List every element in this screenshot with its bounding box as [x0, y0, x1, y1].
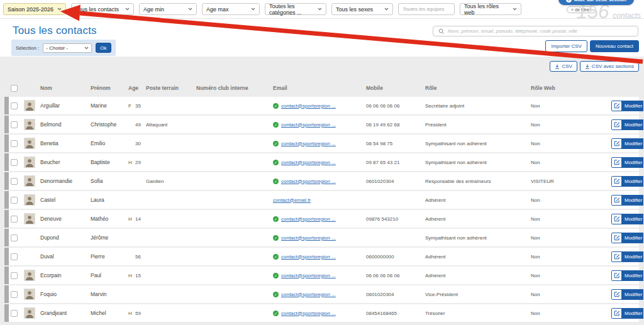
contact-role: Adhérent: [425, 254, 531, 260]
modifier-button[interactable]: Modifier: [611, 138, 643, 149]
email-verified-icon: ✓: [273, 160, 279, 165]
contact-email-link[interactable]: contact@sportsregion ...: [281, 254, 336, 260]
modifier-button[interactable]: Modifier: [611, 289, 643, 300]
export-csv-sections-button[interactable]: CSV avec sections: [580, 61, 639, 72]
modifier-button[interactable]: Modifier: [611, 176, 643, 187]
new-contact-button[interactable]: Nouveau contact: [590, 40, 639, 52]
contact-email-link[interactable]: contact@sportsregion ...: [281, 292, 336, 297]
contacts-page: Saison 2025-2026 Tous les contacts Age m…: [0, 0, 644, 325]
search-icon: [438, 28, 445, 35]
contact-type-filter-select[interactable]: Tous les contacts: [71, 3, 134, 15]
contact-nom: Castel: [40, 197, 91, 203]
modifier-button[interactable]: Modifier: [611, 233, 643, 243]
more-filters-button[interactable]: + de filtres: [567, 6, 596, 13]
modifier-button[interactable]: Modifier: [611, 251, 643, 262]
email-verified-icon: ✓: [273, 254, 279, 260]
contact-role-web: Non: [531, 254, 611, 260]
chevron-down-icon: [57, 8, 62, 11]
contact-nom: Foquio: [40, 291, 91, 297]
row-checkbox[interactable]: [11, 178, 18, 185]
selection-label: Sélection :: [16, 45, 39, 51]
help-badge[interactable]: i Aide sur cette section: [558, 0, 634, 5]
contact-mobile: 0600000000: [366, 254, 425, 260]
contact-email-link[interactable]: contact@sportsregion ...: [281, 273, 336, 278]
contact-nom: Duval: [40, 253, 91, 260]
modifier-button[interactable]: Modifier: [611, 157, 643, 168]
table-row: Belmond Christophe 49 Attaquant ✓ contac…: [4, 116, 639, 133]
table-header: Nom Prénom Age Poste terrain Numéro club…: [4, 80, 639, 96]
contact-role-web: Non: [531, 103, 611, 109]
row-checkbox[interactable]: [11, 310, 18, 317]
email-verified-icon: ✓: [273, 179, 279, 184]
edit-pencil-icon: [612, 309, 621, 318]
contact-email-link[interactable]: contact@sportsregion ...: [281, 160, 336, 165]
row-checkbox[interactable]: [11, 159, 18, 166]
chevron-down-icon: [384, 8, 389, 11]
table-row: Foquio Marvin ✓ contact@sportsregion ...…: [4, 285, 639, 303]
contact-role-web: Non: [531, 160, 611, 165]
contact-email-link[interactable]: contact@sportsregion ...: [281, 311, 336, 316]
contact-email-link[interactable]: contact@sportsregion ...: [281, 103, 336, 109]
contact-email-link[interactable]: contact@sportsregion ...: [281, 235, 336, 241]
search-box: [433, 26, 638, 36]
row-checkbox[interactable]: [11, 197, 18, 204]
contact-sexe: H: [128, 216, 135, 222]
modifier-button[interactable]: Modifier: [611, 308, 643, 319]
modifier-button[interactable]: Modifier: [611, 101, 643, 111]
selection-group: Sélection : - Choisir - Ok: [11, 40, 116, 56]
select-all-checkbox[interactable]: [11, 85, 18, 92]
contact-age: 14: [135, 216, 146, 222]
modifier-button[interactable]: Modifier: [611, 270, 643, 281]
contact-role: Adhérent: [425, 273, 531, 278]
contact-email-link[interactable]: contact@email.fr: [273, 197, 311, 203]
person-icon: [25, 289, 35, 300]
modifier-button[interactable]: Modifier: [611, 195, 643, 206]
import-csv-button[interactable]: Importer CSV: [545, 40, 587, 52]
person-icon: [25, 270, 35, 281]
contact-prenom: Pierre: [91, 253, 128, 260]
contact-age: 56: [135, 254, 146, 260]
age-max-filter-select[interactable]: Age max: [202, 3, 260, 15]
sexes-filter-select[interactable]: Tous les sexes: [331, 3, 393, 15]
contact-email-link[interactable]: contact@sportsregion ...: [281, 179, 336, 184]
modifier-button[interactable]: Modifier: [611, 214, 643, 224]
contact-mobile: 06 06 06 06 06: [366, 273, 425, 278]
contact-email-link[interactable]: contact@sportsregion ...: [281, 141, 336, 146]
modifier-button[interactable]: Modifier: [611, 119, 643, 130]
row-checkbox[interactable]: [11, 216, 18, 223]
row-checkbox[interactable]: [11, 253, 18, 260]
search-input[interactable]: [448, 28, 633, 34]
row-checkbox[interactable]: [11, 291, 18, 298]
contact-nom: Beucher: [40, 159, 91, 165]
roles-web-filter-select[interactable]: Tous les rôles web: [460, 3, 521, 15]
row-checkbox[interactable]: [11, 140, 18, 147]
contact-role: Adhérent: [425, 197, 531, 203]
contact-mobile: 0601020304: [366, 292, 425, 297]
edit-pencil-icon: [612, 196, 621, 205]
table-row: Arguillar Marine F 35 ✓ contact@sportsre…: [4, 97, 639, 114]
row-checkbox[interactable]: [11, 121, 18, 128]
modifier-button-label: Modifier: [621, 177, 643, 186]
export-csv-button[interactable]: CSV: [550, 61, 577, 72]
chevron-down-icon: [188, 8, 192, 11]
col-mobile: Mobile: [366, 85, 425, 91]
contact-email-link[interactable]: contact@sportsregion ...: [281, 122, 336, 128]
col-numero-club-interne: Numéro club interne: [196, 85, 273, 91]
contact-email-link[interactable]: contact@sportsregion ...: [281, 216, 336, 222]
roles-web-filter-label: Tous les rôles web: [464, 3, 510, 16]
contact-sexe: H: [128, 311, 135, 316]
categories-filter-select[interactable]: Toutes les catégories ...: [265, 3, 326, 15]
ok-button[interactable]: Ok: [96, 43, 111, 53]
row-checkbox[interactable]: [11, 234, 18, 241]
selection-select[interactable]: - Choisir -: [43, 43, 92, 53]
age-min-filter-select[interactable]: Age min: [139, 3, 197, 15]
row-checkbox[interactable]: [11, 102, 18, 109]
contact-sexe: H: [128, 160, 135, 165]
contact-nom: Denormandie: [40, 178, 91, 184]
saison-filter-select[interactable]: Saison 2025-2026: [3, 3, 66, 15]
equipes-filter-input[interactable]: [398, 3, 455, 15]
row-checkbox[interactable]: [11, 272, 18, 279]
filter-bar: Saison 2025-2026 Tous les contacts Age m…: [0, 0, 644, 19]
chevron-down-icon: [251, 8, 255, 11]
col-role: Rôle: [425, 85, 531, 91]
